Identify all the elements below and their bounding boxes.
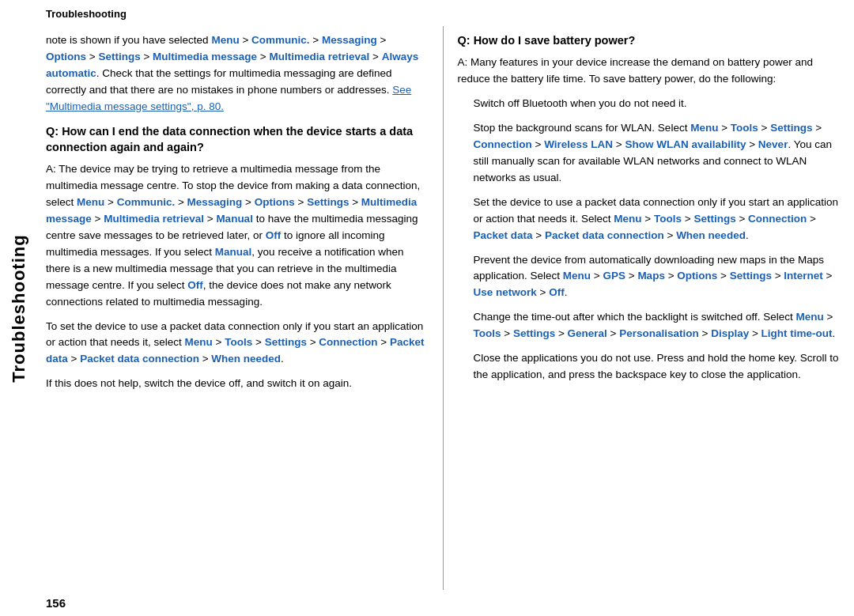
- page-number: 156: [38, 590, 854, 616]
- link-wireless-lan[interactable]: Wireless LAN: [544, 138, 613, 150]
- link-tools-1[interactable]: Tools: [225, 336, 252, 348]
- link-menu-6[interactable]: Menu: [563, 270, 591, 282]
- link-settings-6[interactable]: Settings: [730, 270, 772, 282]
- question-1: Q: How can I end the data connection whe…: [46, 123, 429, 156]
- link-multimedia-retrieval-1[interactable]: Multimedia retrieval: [269, 51, 369, 62]
- link-light-timeout[interactable]: Light time-out: [761, 327, 833, 339]
- link-general[interactable]: General: [568, 327, 607, 339]
- answer-1-p2: To set the device to use a packet data c…: [46, 319, 429, 368]
- sidebar-label: Troubleshooting: [9, 234, 29, 382]
- link-gps[interactable]: GPS: [603, 270, 625, 282]
- link-see-multimedia[interactable]: See "Multimedia message settings", p. 80…: [46, 84, 411, 112]
- link-when-needed-1[interactable]: When needed: [211, 353, 281, 365]
- link-connection-1[interactable]: Connection: [319, 336, 377, 348]
- link-when-needed-2[interactable]: When needed: [676, 229, 746, 241]
- bullet-6: Close the applications you do not use. P…: [474, 350, 841, 384]
- question-2: Q: How do I save battery power?: [458, 32, 841, 48]
- link-communic[interactable]: Communic.: [251, 34, 310, 46]
- link-settings-2[interactable]: Settings: [307, 196, 349, 208]
- answer-1-p1: A: The device may be trying to retrieve …: [46, 161, 429, 310]
- link-messaging-1[interactable]: Messaging: [322, 34, 377, 46]
- left-column: note is shown if you have selected Menu …: [38, 26, 444, 590]
- link-menu-7[interactable]: Menu: [795, 311, 823, 323]
- link-settings-7[interactable]: Settings: [513, 327, 555, 339]
- link-packet-data-connection-1[interactable]: Packet data connection: [80, 353, 199, 365]
- answer-2-intro: A: Many features in your device increase…: [458, 55, 841, 88]
- link-off-1[interactable]: Off: [266, 229, 282, 241]
- link-manual-2[interactable]: Manual: [215, 246, 252, 258]
- link-menu-5[interactable]: Menu: [614, 213, 641, 225]
- link-show-wlan[interactable]: Show WLAN availability: [625, 138, 746, 150]
- bullet-1: Switch off Bluetooth when you do not nee…: [474, 96, 841, 112]
- bullet-4: Prevent the device from automatically do…: [474, 252, 841, 302]
- page-container: Troubleshooting Troubleshooting note is …: [0, 0, 854, 616]
- sidebar: Troubleshooting: [0, 0, 38, 616]
- bullet-3: Set the device to use a packet data conn…: [474, 195, 841, 244]
- bullet-2: Stop the background scans for WLAN. Sele…: [474, 120, 841, 187]
- link-menu-1[interactable]: Menu: [211, 34, 239, 46]
- link-multimedia-message-1[interactable]: Multimedia message: [153, 51, 257, 62]
- link-settings-4[interactable]: Settings: [770, 122, 812, 134]
- link-communic-2[interactable]: Communic.: [117, 196, 176, 208]
- page-header: Troubleshooting: [38, 8, 854, 26]
- intro-paragraph: note is shown if you have selected Menu …: [46, 32, 429, 115]
- link-packet-data-connection-2[interactable]: Packet data connection: [545, 229, 664, 241]
- link-menu-4[interactable]: Menu: [690, 122, 718, 134]
- link-connection-3[interactable]: Connection: [748, 213, 807, 225]
- link-internet[interactable]: Internet: [784, 270, 823, 282]
- bullet-5: Change the time-out after which the back…: [474, 309, 841, 342]
- link-messaging-2[interactable]: Messaging: [187, 196, 243, 208]
- link-settings-5[interactable]: Settings: [693, 213, 735, 225]
- link-never[interactable]: Never: [758, 138, 788, 150]
- link-tools-4[interactable]: Tools: [474, 327, 501, 339]
- answer-1-p3: If this does not help, switch the device…: [46, 376, 429, 392]
- link-options-3[interactable]: Options: [677, 270, 717, 282]
- header-title: Troubleshooting: [46, 8, 127, 20]
- right-column: Q: How do I save battery power? A: Many …: [444, 26, 855, 590]
- link-tools-3[interactable]: Tools: [654, 213, 682, 225]
- link-off-3[interactable]: Off: [549, 286, 565, 298]
- link-manual-1[interactable]: Manual: [216, 213, 253, 225]
- link-use-network[interactable]: Use network: [474, 286, 537, 298]
- link-packet-data-2[interactable]: Packet data: [474, 229, 533, 241]
- link-maps[interactable]: Maps: [637, 270, 665, 282]
- link-settings-1[interactable]: Settings: [98, 51, 140, 62]
- link-connection-2[interactable]: Connection: [474, 138, 532, 150]
- link-display[interactable]: Display: [711, 327, 749, 339]
- link-options-1[interactable]: Options: [46, 51, 86, 62]
- link-multimedia-retrieval-2[interactable]: Multimedia retrieval: [104, 213, 204, 225]
- columns: note is shown if you have selected Menu …: [38, 26, 854, 590]
- link-off-2[interactable]: Off: [187, 279, 203, 291]
- link-tools-2[interactable]: Tools: [731, 122, 758, 134]
- link-settings-3[interactable]: Settings: [265, 336, 307, 348]
- link-menu-3[interactable]: Menu: [185, 336, 213, 348]
- link-menu-2[interactable]: Menu: [77, 196, 104, 208]
- link-options-2[interactable]: Options: [255, 196, 295, 208]
- link-personalisation[interactable]: Personalisation: [619, 327, 699, 339]
- main-content: Troubleshooting note is shown if you hav…: [38, 0, 854, 616]
